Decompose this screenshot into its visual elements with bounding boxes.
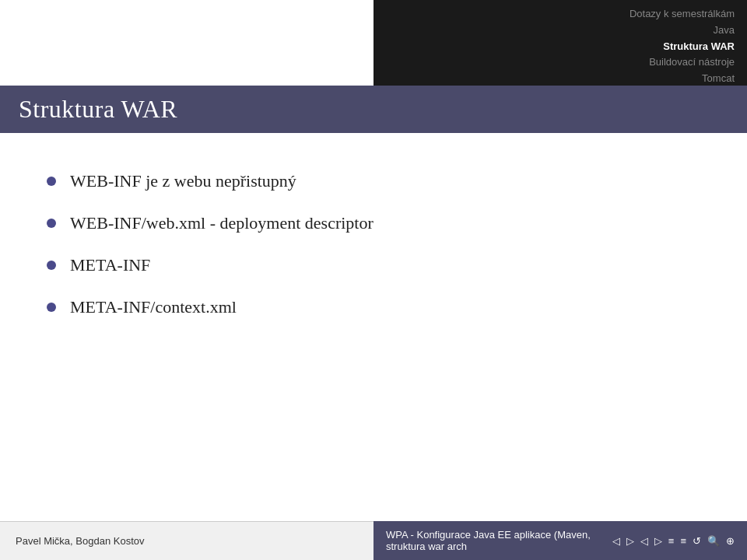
next-icon[interactable]: ▷	[626, 535, 634, 547]
section-title-bar: Struktura WAR	[0, 86, 747, 133]
list-item: WEB-INF/web.xml - deployment descriptor	[47, 213, 700, 233]
bullet-dot-icon	[47, 219, 56, 228]
page-title: Struktura WAR	[19, 95, 728, 124]
nav-item-struktura[interactable]: Struktura WAR	[386, 39, 735, 55]
bottom-bar: Pavel Mička, Bogdan Kostov WPA - Konfigu…	[0, 521, 747, 560]
nav-item-buildovaci[interactable]: Buildovací nástroje	[386, 54, 735, 71]
bullet-list: WEB-INF je z webu nepřistupný WEB-INF/we…	[47, 171, 700, 317]
nav-item-java[interactable]: Java	[386, 23, 735, 39]
nav-item-dotazy[interactable]: Dotazy k semestrálkám	[386, 6, 735, 23]
bullet-text-4: META-INF/context.xml	[70, 297, 237, 317]
menu-icon[interactable]: ≡	[668, 535, 675, 547]
nav-item-tomcat[interactable]: Tomcat	[386, 71, 735, 87]
prev-icon[interactable]: ◁	[612, 535, 620, 547]
footer-title: WPA - Konfigurace Java EE aplikace (Mave…	[386, 529, 600, 552]
bullet-dot-icon	[47, 261, 56, 270]
list-item: WEB-INF je z webu nepřistupný	[47, 171, 700, 191]
search-icon[interactable]: 🔍	[707, 535, 720, 547]
footer-author: Pavel Mička, Bogdan Kostov	[16, 535, 144, 547]
zoom-icon[interactable]: ⊕	[726, 535, 735, 547]
bullet-text-3: META-INF	[70, 255, 150, 275]
bullet-dot-icon	[47, 177, 56, 186]
prev-section-icon[interactable]: ◁	[640, 535, 648, 547]
footer-left: Pavel Mička, Bogdan Kostov	[0, 521, 374, 560]
next-section-icon[interactable]: ▷	[654, 535, 662, 547]
list-item: META-INF/context.xml	[47, 297, 700, 317]
list-icon[interactable]: ≡	[680, 535, 686, 547]
bullet-dot-icon	[47, 303, 56, 312]
bullet-text-2: WEB-INF/web.xml - deployment descriptor	[70, 213, 374, 233]
main-content: WEB-INF je z webu nepřistupný WEB-INF/we…	[0, 140, 747, 521]
navigation-icons[interactable]: ◁ ▷ ◁ ▷ ≡ ≡ ↺ 🔍 ⊕	[612, 535, 735, 547]
refresh-icon[interactable]: ↺	[693, 535, 701, 547]
footer-right: WPA - Konfigurace Java EE aplikace (Mave…	[374, 521, 747, 560]
list-item: META-INF	[47, 255, 700, 275]
bullet-text-1: WEB-INF je z webu nepřistupný	[70, 171, 296, 191]
